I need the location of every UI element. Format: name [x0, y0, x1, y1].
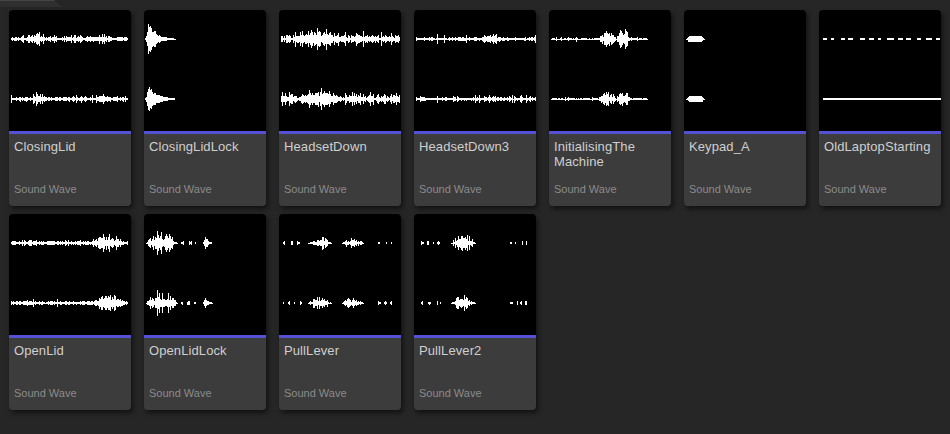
asset-type-label: Sound Wave [284, 183, 396, 195]
asset-caption: HeadsetDown Sound Wave [279, 134, 401, 206]
asset-tile[interactable]: HeadsetDown Sound Wave [279, 10, 401, 206]
asset-caption: ClosingLid Sound Wave [9, 134, 131, 206]
asset-thumbnail [549, 10, 671, 131]
asset-type-label: Sound Wave [554, 183, 666, 195]
asset-type-label: Sound Wave [14, 387, 126, 399]
asset-name: ClosingLid [14, 139, 126, 154]
asset-caption: OpenLidLock Sound Wave [144, 338, 266, 410]
waveform-thumbnail [144, 10, 266, 131]
asset-caption: OldLaptopStarting Sound Wave [819, 134, 941, 206]
asset-tile[interactable]: ClosingLid Sound Wave [9, 10, 131, 206]
asset-type-label: Sound Wave [419, 387, 531, 399]
asset-name: HeadsetDown3 [419, 139, 531, 154]
asset-caption: ClosingLidLock Sound Wave [144, 134, 266, 206]
asset-name: HeadsetDown [284, 139, 396, 154]
asset-thumbnail [144, 10, 266, 131]
asset-name: OldLaptopStarting [824, 139, 936, 154]
asset-name: OpenLid [14, 343, 126, 358]
waveform-thumbnail [414, 10, 536, 131]
asset-name: OpenLidLock [149, 343, 261, 358]
waveform-thumbnail [9, 10, 131, 131]
waveform-thumbnail [144, 214, 266, 335]
asset-tile[interactable]: PullLever Sound Wave [279, 214, 401, 410]
waveform-thumbnail [549, 10, 671, 131]
asset-type-label: Sound Wave [149, 183, 261, 195]
asset-tile[interactable]: OpenLidLock Sound Wave [144, 214, 266, 410]
waveform-thumbnail [279, 10, 401, 131]
asset-caption: InitialisingThe Machine Sound Wave [549, 134, 671, 206]
asset-thumbnail [279, 214, 401, 335]
asset-thumbnail [144, 214, 266, 335]
asset-tile[interactable]: PullLever2 Sound Wave [414, 214, 536, 410]
waveform-thumbnail [684, 10, 806, 131]
asset-name: InitialisingThe Machine [554, 139, 666, 169]
asset-thumbnail [414, 214, 536, 335]
waveform-thumbnail [9, 214, 131, 335]
asset-thumbnail [9, 214, 131, 335]
content-browser-asset-view: ClosingLid Sound Wave ClosingLidLock Sou… [0, 0, 950, 434]
asset-thumbnail [9, 10, 131, 131]
asset-caption: OpenLid Sound Wave [9, 338, 131, 410]
asset-name: ClosingLidLock [149, 139, 261, 154]
asset-thumbnail [684, 10, 806, 131]
asset-type-label: Sound Wave [689, 183, 801, 195]
asset-tile[interactable]: Keypad_A Sound Wave [684, 10, 806, 206]
waveform-thumbnail [279, 214, 401, 335]
asset-tile[interactable]: ClosingLidLock Sound Wave [144, 10, 266, 206]
window-tab-edge[interactable] [0, 0, 62, 7]
asset-type-label: Sound Wave [284, 387, 396, 399]
asset-tile[interactable]: OldLaptopStarting Sound Wave [819, 10, 941, 206]
asset-name: Keypad_A [689, 139, 801, 154]
asset-tile[interactable]: OpenLid Sound Wave [9, 214, 131, 410]
asset-type-label: Sound Wave [14, 183, 126, 195]
asset-type-label: Sound Wave [149, 387, 261, 399]
asset-tile[interactable]: InitialisingThe Machine Sound Wave [549, 10, 671, 206]
asset-type-label: Sound Wave [824, 183, 936, 195]
asset-type-label: Sound Wave [419, 183, 531, 195]
asset-caption: PullLever Sound Wave [279, 338, 401, 410]
waveform-thumbnail [819, 10, 941, 131]
asset-caption: PullLever2 Sound Wave [414, 338, 536, 410]
asset-thumbnail [819, 10, 941, 131]
asset-tile[interactable]: HeadsetDown3 Sound Wave [414, 10, 536, 206]
asset-thumbnail [414, 10, 536, 131]
waveform-thumbnail [414, 214, 536, 335]
asset-caption: Keypad_A Sound Wave [684, 134, 806, 206]
asset-grid: ClosingLid Sound Wave ClosingLidLock Sou… [9, 10, 941, 410]
asset-caption: HeadsetDown3 Sound Wave [414, 134, 536, 206]
asset-name: PullLever2 [419, 343, 531, 358]
asset-name: PullLever [284, 343, 396, 358]
asset-thumbnail [279, 10, 401, 131]
